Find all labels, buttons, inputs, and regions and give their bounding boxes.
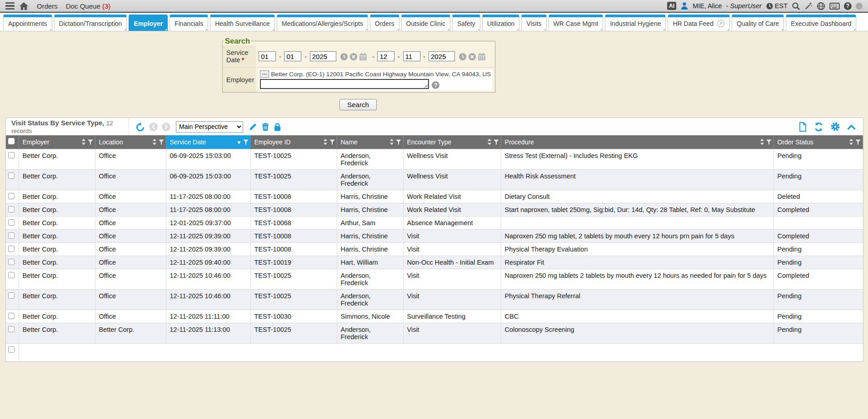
tab-medications-allergies-scripts[interactable]: Medications/Allergies/Scripts [277, 15, 368, 31]
search-icon[interactable] [792, 2, 800, 10]
column-header-location[interactable]: Location [95, 135, 166, 149]
sort-icon[interactable] [760, 138, 764, 145]
tab-financials[interactable]: Financials [170, 15, 208, 31]
row-checkbox[interactable] [8, 292, 15, 299]
timezone[interactable]: EST [766, 2, 788, 10]
prev-icon[interactable] [149, 123, 158, 131]
tab-orders[interactable]: Orders [370, 15, 399, 31]
calendar-icon[interactable] [478, 53, 486, 61]
time-picker-icon[interactable] [459, 53, 467, 61]
lock-icon[interactable] [274, 123, 281, 131]
tab-employer[interactable]: Employer [129, 15, 168, 31]
sort-icon[interactable] [152, 138, 157, 145]
breadcrumb-section[interactable]: Orders [37, 2, 58, 10]
tab-industrial-hygiene[interactable]: Industrial Hygiene [605, 15, 666, 31]
filter-icon[interactable] [855, 139, 861, 145]
service-date-from-month[interactable] [259, 51, 276, 61]
undo-icon[interactable] [135, 122, 145, 132]
breadcrumb-page[interactable]: Doc Queue (3) [66, 2, 110, 10]
sort-icon[interactable] [389, 138, 394, 145]
column-header-procedure[interactable]: Procedure [501, 135, 773, 149]
select-all-checkbox[interactable] [8, 138, 15, 144]
filter-icon[interactable] [766, 139, 772, 145]
tab-wr-case-mgmt[interactable]: WR Case Mgmt [549, 15, 604, 31]
filter-icon[interactable] [243, 139, 249, 145]
home-icon[interactable] [19, 2, 29, 10]
tab-safety[interactable]: Safety [452, 15, 480, 31]
export-document-icon[interactable] [799, 122, 807, 132]
column-header-name[interactable]: Name [337, 135, 403, 149]
collapse-employer-button[interactable]: — [260, 70, 269, 78]
row-checkbox[interactable] [8, 259, 15, 265]
user-name[interactable]: MIE, Alice [693, 2, 722, 10]
clear-date-icon[interactable] [349, 53, 358, 61]
cell-employer: Better Corp. [19, 190, 95, 203]
filter-icon[interactable] [329, 139, 335, 145]
external-link-icon[interactable] [717, 20, 725, 28]
service-date-to-month[interactable] [377, 51, 394, 61]
service-date-from-day[interactable] [284, 51, 301, 61]
column-header-employer[interactable]: Employer [19, 135, 95, 149]
keyboard-icon[interactable] [829, 3, 840, 10]
column-header-employee-id[interactable]: Employee ID [250, 135, 337, 149]
row-checkbox[interactable] [8, 193, 15, 199]
tab-dictation-transcription[interactable]: Dictation/Transcription [54, 15, 127, 31]
collapse-panel-icon[interactable] [847, 124, 856, 130]
tab-hr-data-feed[interactable]: HR Data Feed [668, 15, 729, 31]
sort-desc-icon[interactable] [237, 138, 241, 145]
row-checkbox[interactable] [8, 232, 15, 239]
row-checkbox[interactable] [8, 173, 15, 179]
row-checkbox[interactable] [8, 272, 15, 278]
sort-icon[interactable] [487, 138, 492, 145]
status-dot-icon[interactable] [856, 3, 863, 10]
filter-icon[interactable] [88, 139, 93, 145]
delete-perspective-icon[interactable] [261, 123, 269, 131]
tab-visits[interactable]: Visits [521, 15, 546, 31]
filter-icon[interactable] [159, 139, 164, 145]
row-checkbox[interactable] [8, 313, 15, 319]
perspective-select[interactable]: Main Perspective [176, 121, 243, 133]
filter-icon[interactable] [494, 139, 499, 145]
sort-icon[interactable] [81, 138, 86, 145]
row-checkbox[interactable] [8, 206, 15, 212]
cell-procedure: Respirator Fit [501, 256, 773, 269]
tab-outside-clinic[interactable]: Outside Clinic [401, 15, 450, 31]
refresh-icon[interactable] [814, 122, 823, 132]
edit-perspective-icon[interactable] [249, 123, 257, 131]
employer-search-input[interactable] [260, 79, 429, 89]
settings-gear-icon[interactable] [831, 122, 840, 131]
resize-grip[interactable] [424, 84, 428, 88]
tab-executive-dashboard[interactable]: Executive Dashboard [786, 15, 856, 31]
ai-badge[interactable]: AI [667, 2, 677, 10]
row-checkbox[interactable] [8, 219, 15, 226]
search-button[interactable]: Search [339, 99, 377, 110]
service-date-to-day[interactable] [403, 51, 420, 61]
service-date-from-year[interactable] [310, 51, 336, 61]
sort-icon[interactable] [323, 138, 328, 145]
cell-order-status [773, 216, 863, 229]
column-header-encounter-type[interactable]: Encounter Type [403, 135, 501, 149]
row-checkbox[interactable] [8, 246, 15, 252]
menu-icon[interactable] [5, 2, 15, 10]
sort-icon[interactable] [849, 138, 853, 145]
help-icon[interactable]: ? [844, 2, 852, 10]
globe-icon[interactable] [817, 2, 825, 10]
wand-icon[interactable] [804, 2, 813, 10]
employer-help-icon[interactable]: ? [432, 81, 439, 89]
tab-appointments[interactable]: Appointments [3, 15, 52, 31]
next-icon[interactable] [162, 123, 170, 131]
tab-utilization[interactable]: Utilization [482, 15, 520, 31]
row-checkbox[interactable] [8, 152, 15, 158]
calendar-icon[interactable] [359, 53, 367, 61]
filter-icon[interactable] [396, 139, 401, 145]
row-checkbox[interactable] [8, 346, 15, 353]
clear-date-icon[interactable] [468, 53, 476, 61]
column-header-service-date[interactable]: Service Date [166, 135, 250, 149]
row-checkbox[interactable] [8, 326, 15, 332]
tab-quality-of-care[interactable]: Quality of Care [732, 15, 784, 31]
column-header-order-status[interactable]: Order Status [773, 135, 863, 149]
time-picker-icon[interactable] [340, 53, 348, 61]
service-date-to-year[interactable] [429, 51, 455, 61]
tab-health-surveillance[interactable]: Health Surveillance [210, 15, 275, 31]
employer-selected-value[interactable]: Better Corp. (EO-1) 12001 Pacific Coast … [271, 71, 491, 78]
